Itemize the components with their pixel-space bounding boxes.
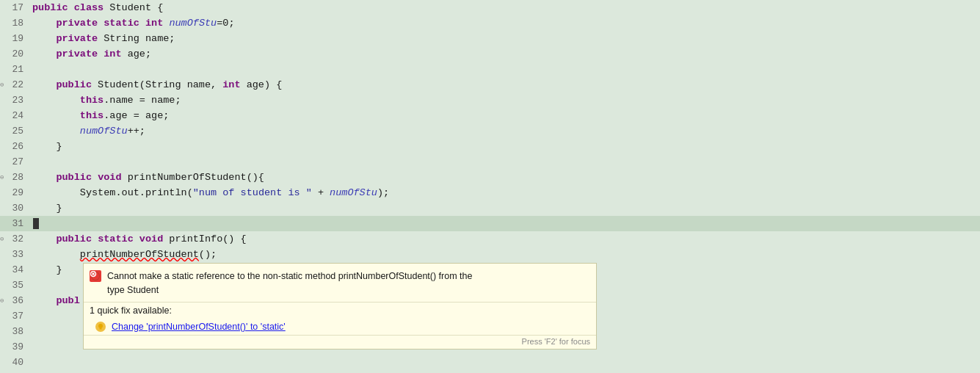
line-content-33: printNumberOfStudent(); [29,249,217,260]
line-23: 23 this.name = name; [0,93,980,108]
line-number-23: 23 [0,95,29,106]
tooltip-quickfix-label: 1 quick fix available: [84,303,596,319]
line-content-25: numOfStu++; [29,126,145,137]
svg-point-6 [98,324,103,328]
line-number-26: 26 [0,141,29,152]
line-20: 20 private int age; [0,46,980,62]
line-number-24: 24 [0,110,29,121]
line-24: 24 this.age = age; [0,108,980,123]
line-content-31 [29,218,39,229]
line-content-26: } [29,141,62,152]
line-number-31: 31 [0,218,29,229]
line-number-37: 37 [0,311,29,322]
line-number-28: 28⊖ [0,172,29,183]
line-number-22: 22⊖ [0,79,29,90]
line-content-20: private int age; [29,48,151,59]
line-number-25: 25 [0,126,29,137]
line-number-39: 39 [0,341,29,352]
bulb-icon [95,322,106,332]
line-28: 28⊖ public void printNumberOfStudent(){ [0,170,980,185]
line-content-17: public class Student { [29,2,163,13]
code-editor: 17 public class Student { 18 private sta… [0,0,980,373]
line-number-29: 29 [0,187,29,198]
line-content-29: System.out.println("num of student is " … [29,187,389,198]
line-18: 18 private static int numOfStu=0; [0,15,980,31]
line-content-30: } [29,203,62,214]
line-content-28: public void printNumberOfStudent(){ [29,172,264,183]
svg-rect-7 [100,328,102,330]
line-number-30: 30 [0,203,29,214]
line-content-24: this.age = age; [29,110,169,121]
line-17: 17 public class Student { [0,0,980,15]
line-number-36: 36⊖ [0,295,29,306]
line-number-21: 21 [0,64,29,75]
line-40: 40 [0,355,980,370]
line-22: 22⊖ public Student(String name, int age)… [0,77,980,93]
line-27: 27 [0,154,980,170]
line-number-32: 32⊖ [0,233,29,245]
tooltip-error-message: Cannot make a static reference to the no… [107,269,472,297]
line-number-18: 18 [0,18,29,29]
line-number-20: 20 [0,48,29,59]
line-33: 33 printNumberOfStudent(); [0,247,980,262]
line-19: 19 private String name; [0,31,980,46]
line-number-35: 35 [0,280,29,291]
line-content-32: public static void printInfo() { [29,233,247,245]
line-31: 31 [0,216,980,231]
line-content-34: } [29,264,62,275]
line-32: 32⊖ public static void printInfo() { [0,231,980,247]
line-29: 29 System.out.println("num of student is… [0,185,980,200]
line-number-33: 33 [0,249,29,260]
tooltip-fix-item[interactable]: Change 'printNumberOfStudent()' to 'stat… [84,319,596,335]
line-25: 25 numOfStu++; [0,123,980,139]
line-number-34: 34 [0,264,29,275]
tooltip-footer: Press 'F2' for focus [84,335,596,349]
line-content-36: publ [29,295,80,306]
line-number-40: 40 [0,357,29,368]
line-30: 30 } [0,200,980,216]
error-icon [90,270,101,282]
line-number-38: 38 [0,326,29,337]
line-content-19: private String name; [29,33,175,44]
line-26: 26 } [0,139,980,154]
text-cursor [33,218,39,229]
line-content-18: private static int numOfStu=0; [29,18,235,29]
tooltip-error-row: Cannot make a static reference to the no… [84,264,596,303]
line-number-19: 19 [0,33,29,44]
line-number-27: 27 [0,156,29,167]
error-tooltip: Cannot make a static reference to the no… [83,263,597,350]
line-number-17: 17 [0,2,29,13]
line-21: 21 [0,62,980,77]
fix-link[interactable]: Change 'printNumberOfStudent()' to 'stat… [112,322,286,332]
line-content-23: this.name = name; [29,95,181,106]
line-content-22: public Student(String name, int age) { [29,79,282,90]
